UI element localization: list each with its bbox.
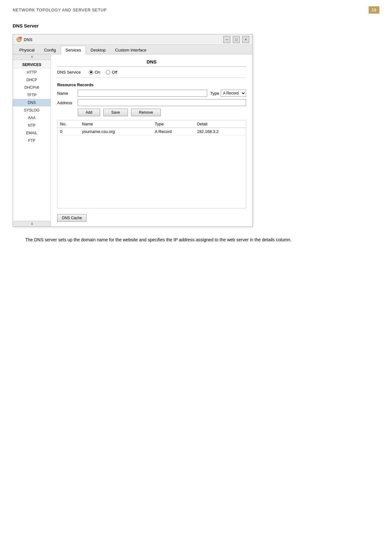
sidebar-item-aaa[interactable]: AAA (13, 114, 51, 122)
tab-services[interactable]: Services (61, 46, 86, 54)
page-number: 13 (369, 6, 379, 14)
dns-service-label: DNS Service (57, 70, 82, 75)
name-input[interactable] (78, 90, 207, 97)
dns-cache-button[interactable]: DNS Cache (57, 214, 87, 222)
section-title: DNS Server (13, 23, 379, 28)
dns-window: ! DNS – □ × Physical Config Services Des… (13, 34, 253, 227)
type-label: Type (210, 91, 219, 96)
page-title: NETWORK TOPOLOGY AND SERVER SETUP (13, 8, 107, 12)
buttons-row: Add Save Remove (78, 109, 246, 116)
dns-panel: DNS DNS Service On Off Resource Records (51, 54, 252, 226)
sidebar-item-email[interactable]: EMAIL (13, 129, 51, 137)
tab-desktop[interactable]: Desktop (86, 46, 111, 54)
sidebar-item-http[interactable]: HTTP (13, 69, 51, 76)
name-row: Name Type A Record CNAME NS MX AAAA (57, 90, 246, 97)
sidebar-item-dns[interactable]: DNS (13, 99, 51, 106)
address-label: Address (57, 100, 75, 105)
sidebar-item-ntp[interactable]: NTP (13, 122, 51, 129)
name-label: Name (57, 91, 75, 96)
maximize-button[interactable]: □ (233, 36, 240, 43)
records-table: No. Name Type Detail 0 yourname.csu.org … (57, 120, 246, 135)
sidebar-header: SERVICES (13, 60, 51, 69)
dns-service-row: DNS Service On Off (57, 70, 246, 78)
panel-title: DNS (57, 59, 246, 67)
dns-icon: ! (16, 37, 22, 42)
close-button[interactable]: × (242, 36, 249, 43)
window-title: DNS (24, 37, 32, 42)
col-name: Name (80, 120, 152, 128)
table-row[interactable]: 0 yourname.csu.org A Record 192.168.3.2 (57, 128, 246, 135)
cell-no: 0 (57, 128, 80, 135)
title-bar: ! DNS – □ × (13, 34, 252, 45)
resource-records-label: Resource Records (57, 82, 246, 87)
title-bar-left: ! DNS (16, 37, 32, 42)
tab-bar: Physical Config Services Desktop Custom … (13, 45, 252, 54)
address-row: Address (57, 99, 246, 106)
address-input[interactable] (78, 99, 246, 106)
radio-on-circle (89, 70, 93, 75)
sidebar-item-tftp[interactable]: TFTP (13, 91, 51, 99)
sidebar-item-dhcp[interactable]: DHCP (13, 76, 51, 84)
tab-physical[interactable]: Physical (15, 46, 39, 54)
radio-on[interactable]: On (89, 70, 100, 75)
cell-type: A Record (152, 128, 194, 135)
radio-off[interactable]: Off (106, 70, 117, 75)
add-button[interactable]: Add (78, 109, 100, 116)
radio-off-label: Off (112, 70, 117, 75)
sidebar-scroll-down[interactable]: ⇩ (13, 221, 51, 226)
save-button[interactable]: Save (103, 109, 128, 116)
sidebar: ⇧ SERVICES HTTP DHCP DHCPv6 TFTP DNS SYS… (13, 54, 51, 226)
radio-off-circle (106, 70, 110, 75)
records-table-area: No. Name Type Detail 0 yourname.csu.org … (57, 120, 246, 208)
cell-detail: 192.168.3.2 (194, 128, 246, 135)
tab-config[interactable]: Config (39, 46, 61, 54)
remove-button[interactable]: Remove (131, 109, 161, 116)
type-select[interactable]: A Record CNAME NS MX AAAA (221, 90, 246, 97)
sidebar-item-ftp[interactable]: FTP (13, 137, 51, 144)
minimize-button[interactable]: – (223, 36, 230, 43)
col-detail: Detail (194, 120, 246, 128)
radio-on-label: On (95, 70, 100, 75)
col-type: Type (152, 120, 194, 128)
main-content: ⇧ SERVICES HTTP DHCP DHCPv6 TFTP DNS SYS… (13, 54, 252, 226)
body-text: The DNS server sets up the domain name f… (13, 236, 297, 244)
type-group: Type A Record CNAME NS MX AAAA (210, 90, 246, 97)
radio-group: On Off (89, 70, 117, 75)
cell-name: yourname.csu.org (80, 128, 152, 135)
sidebar-item-syslog[interactable]: SYSLOG (13, 106, 51, 114)
page-header: NETWORK TOPOLOGY AND SERVER SETUP 13 (13, 6, 379, 14)
title-bar-controls: – □ × (223, 36, 249, 43)
sidebar-item-dhcpv6[interactable]: DHCPv6 (13, 84, 51, 91)
sidebar-scroll-up[interactable]: ⇧ (13, 54, 51, 60)
col-no: No. (57, 120, 80, 128)
tab-custom-interface[interactable]: Custom Interface (111, 46, 151, 54)
